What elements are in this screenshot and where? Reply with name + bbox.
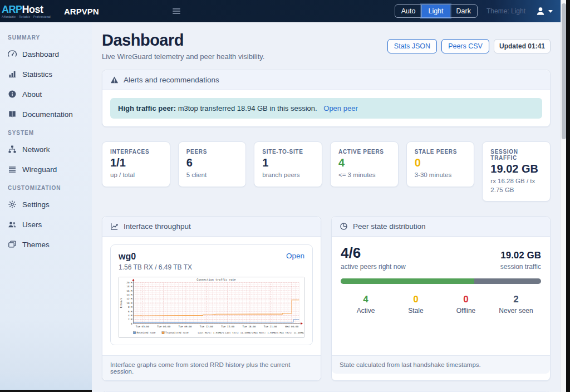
warning-triangle-icon xyxy=(110,76,119,84)
sidebar-item-statistics[interactable]: Statistics xyxy=(0,64,92,84)
graph-up-icon xyxy=(110,222,119,231)
app-window: ARPHost Affordable - Reliable - Professi… xyxy=(0,0,570,392)
state-value: 2 xyxy=(491,294,541,305)
alerts-card-header: Alerts and recommendations xyxy=(102,70,550,90)
pie-chart-icon xyxy=(340,222,348,231)
stat-value: 1/1 xyxy=(110,156,162,169)
sidebar-item-themes[interactable]: Themes xyxy=(0,234,92,254)
sidebar-item-about[interactable]: About xyxy=(0,84,92,104)
throughput-panel-footer: Interface graphs come from stored RRD hi… xyxy=(102,355,321,380)
sidebar-item-wireguard[interactable]: Wireguard xyxy=(0,159,92,179)
speedometer-icon xyxy=(8,50,17,58)
bar-chart-icon xyxy=(8,70,17,79)
svg-text:Tue 03:00: Tue 03:00 xyxy=(136,325,149,328)
sidebar-item-settings[interactable]: Settings xyxy=(0,194,92,214)
brand-logo[interactable]: ARPHost Affordable - Reliable - Professi… xyxy=(2,4,51,18)
active-peers-ratio-sub: active peers right now xyxy=(341,263,406,271)
brand-tagline: Affordable - Reliable - Professional xyxy=(2,16,51,18)
sidebar-section-customization: CUSTOMIZATION xyxy=(0,179,92,194)
peer-panel-header: Peer state distribution xyxy=(332,217,550,237)
main-content: Dashboard Live WireGuard telemetry and p… xyxy=(92,22,561,392)
theme-switcher: AutoLightDark xyxy=(395,4,478,18)
alert-prefix: High traffic peer: xyxy=(118,104,176,112)
stat-value: 1 xyxy=(262,156,314,169)
peer-panel-body: 4/6 active peers right now 19.02 GB sess… xyxy=(332,237,550,355)
stat-value: 19.02 GB xyxy=(490,163,542,175)
state-label: Stale xyxy=(391,307,441,315)
alerts-card: Alerts and recommendations High traffic … xyxy=(102,70,551,127)
open-interface-link[interactable]: Open xyxy=(286,252,304,260)
hamburger-icon[interactable] xyxy=(171,6,181,16)
svg-text:Tue 12:00: Tue 12:00 xyxy=(200,325,213,328)
sidebar-item-users[interactable]: Users xyxy=(0,214,92,234)
stat-label: SITE-TO-SITE xyxy=(262,149,314,155)
peer-state-never-seen: 2Never seen xyxy=(491,294,541,315)
svg-text:10 M: 10 M xyxy=(126,302,132,305)
svg-text:18 M: 18 M xyxy=(126,285,132,288)
vertical-scrollbar[interactable] xyxy=(561,0,566,392)
svg-text:Bytes/s: Bytes/s xyxy=(120,298,122,308)
stat-sub: branch peers xyxy=(262,171,314,180)
svg-text:Transmitted rate: Transmitted rate xyxy=(165,331,189,334)
user-menu-button[interactable] xyxy=(535,6,553,16)
sidebar-item-label: Themes xyxy=(22,241,50,249)
peer-header-label: Peer state distribution xyxy=(353,222,426,231)
page-title: Dashboard xyxy=(102,31,264,50)
gear-icon xyxy=(8,200,17,209)
svg-text:6 M: 6 M xyxy=(128,310,132,313)
stat-value: 4 xyxy=(338,156,390,169)
brand-wordmark: ARPHost xyxy=(2,4,51,14)
sidebar-item-network[interactable]: Network xyxy=(0,139,92,159)
svg-text:Tue 15:00: Tue 15:00 xyxy=(221,325,234,328)
svg-text:2 M: 2 M xyxy=(128,318,132,321)
throughput-panel-header: Interface throughput xyxy=(102,217,321,237)
theme-button-auto[interactable]: Auto xyxy=(395,4,422,18)
rrd-traffic-graph: Tue 03:00Tue 06:00Tue 09:00Tue 12:00Tue … xyxy=(119,277,304,338)
active-peers-ratio: 4/6 xyxy=(341,246,406,260)
state-label: Active xyxy=(341,307,391,315)
stat-card-active-peers: ACTIVE PEERS4<= 3 minutes xyxy=(330,141,399,187)
sidebar-item-label: Documentation xyxy=(22,110,73,119)
scrollbar-thumb[interactable] xyxy=(562,3,566,139)
alerts-body: High traffic peer: m3top transferred 18.… xyxy=(102,90,550,126)
peers-csv-button[interactable]: Peers CSV xyxy=(441,39,489,53)
person-icon xyxy=(535,6,546,16)
svg-text:Tue 18:00: Tue 18:00 xyxy=(243,325,256,328)
stats-json-button[interactable]: Stats JSON xyxy=(387,39,437,53)
list-icon xyxy=(8,165,17,174)
navbar-right: AutoLightDark Theme: Light xyxy=(395,4,553,18)
open-peer-link[interactable]: Open peer xyxy=(323,104,357,112)
theme-button-light[interactable]: Light xyxy=(421,4,450,18)
theme-button-dark[interactable]: Dark xyxy=(450,4,478,18)
diagram-icon xyxy=(8,145,17,154)
sidebar: SUMMARYDashboardStatisticsAboutDocumenta… xyxy=(0,22,92,392)
throughput-header-label: Interface throughput xyxy=(124,222,191,231)
stat-value: 0 xyxy=(415,156,466,169)
peer-progress-fill xyxy=(341,278,474,284)
state-label: Never seen xyxy=(491,307,541,315)
peer-panel-footer: State calculated from last handshake tim… xyxy=(332,355,550,374)
svg-text:12 M: 12 M xyxy=(126,297,132,300)
stat-sub: rx 16.28 GB / tx 2.75 GB xyxy=(490,177,542,194)
peer-state-panel: Peer state distribution 4/6 active peers… xyxy=(331,216,551,381)
svg-text:14 M: 14 M xyxy=(126,293,132,296)
session-traffic-label: session traffic xyxy=(500,263,541,271)
stat-sub: up / total xyxy=(110,171,162,180)
page-header: Dashboard Live WireGuard telemetry and p… xyxy=(102,31,551,61)
svg-text:20 M: 20 M xyxy=(126,281,132,284)
svg-text:Last TX/s: 11.45MB/s: Last TX/s: 11.45MB/s xyxy=(225,331,253,334)
stat-sub: 3-30 minutes xyxy=(415,171,466,180)
alert-text: m3top transferred 18.94 GB in this sessi… xyxy=(178,104,317,112)
svg-text:Received rate: Received rate xyxy=(137,331,156,334)
sidebar-bottom-edge xyxy=(0,390,92,392)
alerts-header-label: Alerts and recommendations xyxy=(124,76,219,84)
sidebar-section-system: SYSTEM xyxy=(0,124,92,139)
sidebar-item-dashboard[interactable]: Dashboard xyxy=(0,44,92,64)
sidebar-item-label: Dashboard xyxy=(22,50,59,58)
svg-text:Tue 21:00: Tue 21:00 xyxy=(264,325,277,328)
book-icon xyxy=(8,110,17,119)
window-icon xyxy=(8,240,17,249)
svg-text:Tue 09:00: Tue 09:00 xyxy=(179,325,192,328)
sidebar-item-documentation[interactable]: Documentation xyxy=(0,104,92,124)
stat-card-session-traffic: SESSION TRAFFIC19.02 GBrx 16.28 GB / tx … xyxy=(482,141,551,202)
